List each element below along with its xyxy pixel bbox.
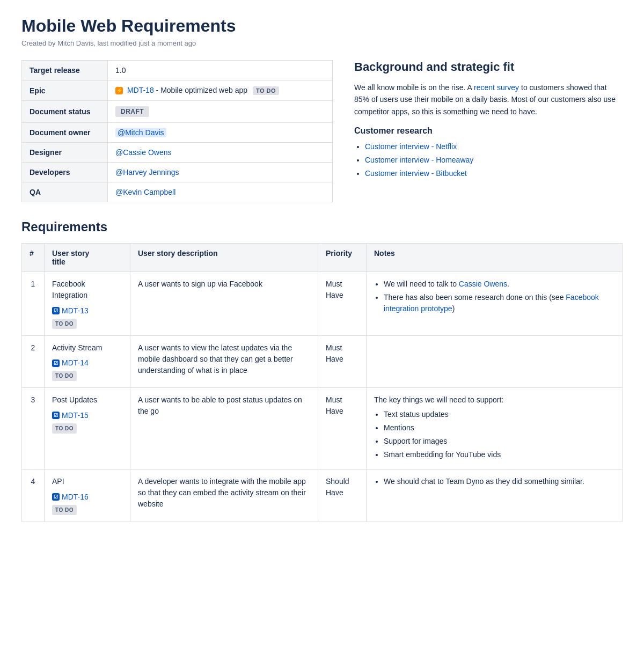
jira-link-row: ☑ MDT-14 [52, 357, 89, 369]
cassie-owens-link[interactable]: Cassie Owens [459, 280, 507, 288]
col-header-story-title: User storytitle [45, 244, 130, 272]
list-item: Support for images [384, 436, 614, 447]
epic-jira-link[interactable]: MDT-18 [127, 86, 156, 94]
todo-badge-row4: TO DO [52, 505, 77, 515]
jira-icon-row1: ☑ [52, 307, 60, 314]
table-row: 2 Activity Stream ☑ MDT-14 TO DO A user … [22, 335, 623, 388]
row-num: 3 [22, 388, 45, 469]
meta-row-developers: Developers @Harvey Jennings [22, 163, 333, 182]
meta-label-designer: Designer [22, 143, 108, 163]
table-row: 1 Facebook Integration ☑ MDT-13 TO DO A … [22, 272, 623, 336]
todo-badge-row2: TO DO [52, 371, 77, 381]
row-story-title: Activity Stream ☑ MDT-14 TO DO [45, 335, 130, 388]
row-notes [367, 335, 623, 388]
jira-icon-row4: ☑ [52, 493, 60, 501]
meta-value-designer: @Cassie Owens [108, 143, 333, 163]
doc-owner-mention[interactable]: @Mitch Davis [115, 128, 166, 137]
story-title-text: Facebook Integration [52, 278, 122, 301]
row-story-title: Facebook Integration ☑ MDT-13 TO DO [45, 272, 130, 336]
jira-badge-row3: ☑ MDT-15 TO DO [52, 410, 89, 434]
notes-list-row4: We should chat to Team Dyno as they did … [374, 476, 614, 487]
meta-label-target-release: Target release [22, 61, 108, 80]
notes-list-row1: We will need to talk to Cassie Owens. Th… [374, 278, 614, 314]
fb-prototype-link[interactable]: Facebook integration prototype [384, 293, 599, 313]
list-item: Customer interview - Bitbucket [365, 168, 623, 179]
row-desc: A user wants to view the latest updates … [130, 335, 318, 388]
meta-table-container: Target release 1.0 Epic ⚡ MDT-18 - Mobil… [21, 60, 333, 202]
customer-research-title: Customer research [354, 126, 623, 136]
meta-row-designer: Designer @Cassie Owens [22, 143, 333, 163]
row-story-title: Post Updates ☑ MDT-15 TO DO [45, 388, 130, 469]
row-num: 4 [22, 469, 45, 522]
list-item: Mentions [384, 422, 614, 434]
todo-badge-row3: TO DO [52, 423, 77, 434]
list-item: Smart embedding for YouTube vids [384, 449, 614, 460]
requirements-title: Requirements [21, 219, 623, 234]
row-notes: We should chat to Team Dyno as they did … [367, 469, 623, 522]
meta-label-epic: Epic [22, 80, 108, 101]
row-desc: A user wants to be able to post status u… [130, 388, 318, 469]
story-title-text: Post Updates [52, 394, 122, 406]
page-subtitle: Created by Mitch Davis, last modified ju… [21, 39, 623, 47]
col-header-notes: Notes [367, 244, 623, 272]
jira-link-mdt14[interactable]: MDT-14 [62, 357, 89, 369]
jira-badge-row1: ☑ MDT-13 TO DO [52, 305, 89, 329]
meta-value-doc-status: DRAFT [108, 101, 333, 123]
jira-link-row: ☑ MDT-16 [52, 491, 89, 503]
story-title-text: Activity Stream [52, 342, 122, 354]
developers-link[interactable]: @Harvey Jennings [115, 168, 179, 177]
background-paragraph: We all know mobile is on the rise. A rec… [354, 82, 623, 118]
story-title-text: API [52, 476, 122, 487]
table-row: 4 API ☑ MDT-16 TO DO A developer wants t… [22, 469, 623, 522]
jira-link-mdt15[interactable]: MDT-15 [62, 410, 89, 421]
epic-jira-icon: ⚡ [115, 87, 123, 94]
meta-row-doc-status: Document status DRAFT [22, 101, 333, 123]
row-priority: Must Have [318, 272, 367, 336]
meta-label-qa: QA [22, 182, 108, 202]
col-header-priority: Priority [318, 244, 367, 272]
notes-list-row3: Text status updates Mentions Support for… [374, 409, 614, 460]
row-priority: Must Have [318, 335, 367, 388]
list-item: Text status updates [384, 409, 614, 420]
list-item: We should chat to Team Dyno as they did … [384, 476, 614, 487]
meta-value-developers: @Harvey Jennings [108, 163, 333, 182]
page-title: Mobile Web Requirements [21, 16, 623, 36]
row-num: 2 [22, 335, 45, 388]
list-item: There has also been some research done o… [384, 292, 614, 314]
epic-jira-desc: Mobile optimized web app [160, 86, 247, 94]
notes-intro-row3: The key things we will need to support: [374, 394, 614, 406]
customer-interview-homeaway-link[interactable]: Customer interview - Homeaway [365, 156, 473, 164]
row-notes: We will need to talk to Cassie Owens. Th… [367, 272, 623, 336]
jira-link-row: ☑ MDT-15 [52, 410, 89, 421]
customer-interview-netflix-link[interactable]: Customer interview - Netflix [365, 142, 457, 151]
meta-table: Target release 1.0 Epic ⚡ MDT-18 - Mobil… [21, 60, 333, 202]
jira-badge-row4: ☑ MDT-16 TO DO [52, 491, 89, 515]
doc-status-badge: DRAFT [115, 106, 149, 117]
meta-row-epic: Epic ⚡ MDT-18 - Mobile optimized web app… [22, 80, 333, 101]
requirements-table: # User storytitle User story description… [21, 243, 623, 522]
row-priority: Should Have [318, 469, 367, 522]
meta-value-epic: ⚡ MDT-18 - Mobile optimized web app TO D… [108, 80, 333, 101]
meta-row-qa: QA @Kevin Campbell [22, 182, 333, 202]
designer-link[interactable]: @Cassie Owens [115, 148, 171, 157]
list-item: Customer interview - Netflix [365, 141, 623, 152]
customer-research-list: Customer interview - Netflix Customer in… [354, 141, 623, 179]
meta-value-target-release: 1.0 [108, 61, 333, 80]
meta-value-doc-owner: @Mitch Davis [108, 123, 333, 143]
background-section: Background and strategic fit We all know… [354, 60, 623, 202]
meta-value-qa: @Kevin Campbell [108, 182, 333, 202]
customer-interview-bitbucket-link[interactable]: Customer interview - Bitbucket [365, 169, 467, 178]
row-notes: The key things we will need to support: … [367, 388, 623, 469]
qa-link[interactable]: @Kevin Campbell [115, 188, 175, 196]
col-header-num: # [22, 244, 45, 272]
jira-link-mdt13[interactable]: MDT-13 [62, 305, 89, 317]
jira-link-row: ☑ MDT-13 [52, 305, 89, 317]
row-priority: Must Have [318, 388, 367, 469]
recent-survey-link[interactable]: recent survey [474, 83, 519, 92]
row-num: 1 [22, 272, 45, 336]
row-desc: A developer wants to integrate with the … [130, 469, 318, 522]
jira-link-mdt16[interactable]: MDT-16 [62, 491, 89, 503]
jira-icon-row2: ☑ [52, 359, 60, 367]
table-row: 3 Post Updates ☑ MDT-15 TO DO A user wan… [22, 388, 623, 469]
epic-jira-text: - [156, 86, 161, 94]
